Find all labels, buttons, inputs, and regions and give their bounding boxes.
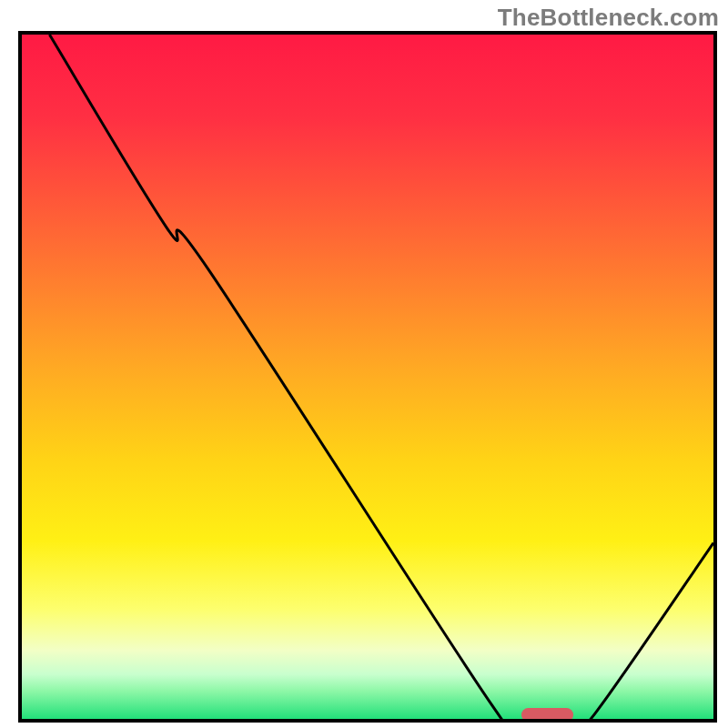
bottleneck-curve-path	[49, 35, 713, 719]
chart-stage: TheBottleneck.com	[0, 0, 728, 728]
plot-area	[22, 35, 713, 719]
watermark-text: TheBottleneck.com	[498, 4, 719, 32]
curve-svg	[22, 35, 713, 719]
